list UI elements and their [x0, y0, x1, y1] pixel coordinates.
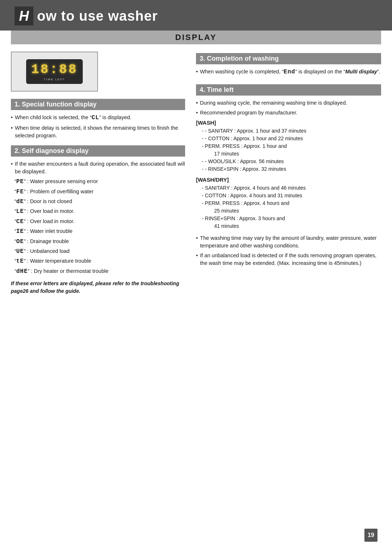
lcd-label: TIME LEFT [44, 78, 65, 81]
error-LE: “LE” : Over load in motor. [15, 207, 185, 215]
header-h-letter: H [15, 7, 33, 25]
wash-dry-label: [WASH/DRY] [196, 177, 381, 183]
main-content: 18:88 TIME LEFT 1. Special function disp… [0, 44, 392, 306]
time-left-content: • During washing cycle, the remaining wa… [196, 99, 381, 117]
error-IE: “IE” : Water inlet trouble [15, 227, 185, 235]
time-left-note-2: • If an unbalanced load is detected or i… [196, 252, 381, 267]
special-function-item-1: • When child lock is selected, the “CL” … [11, 114, 185, 122]
completion-header: 3. Completion of washing [196, 53, 381, 64]
wash-dry-subsection: [WASH/DRY] - SANITARY : Approx. 4 hours … [196, 177, 381, 230]
self-diagnose-intro: • If the washer encounters a fault durin… [11, 160, 185, 175]
time-left-item-2: • Recommended program by manufacturer. [196, 109, 381, 117]
wash-dry-item-3: - PERM. PRESS : Approx. 4 hours and 25 m… [202, 199, 381, 215]
time-left-notes: • The washing time may vary by the amoun… [196, 234, 381, 267]
left-column: 18:88 TIME LEFT 1. Special function disp… [11, 52, 185, 295]
wash-dry-item-2: - COTTON : Approx. 4 hours and 31 minute… [202, 192, 381, 199]
error-dHE: “dHE” : Dry heater or thermostat trouble [15, 267, 185, 275]
wash-item-1: - SANITARY : Approx. 1 hour and 37 minut… [202, 127, 381, 135]
page-number: 19 [364, 529, 377, 542]
page-header: H ow to use washer [0, 0, 392, 31]
self-diagnose-header: 2. Self diagnose display [11, 145, 185, 157]
time-left-header: 4. Time left [196, 84, 381, 96]
wash-label: [WASH] [196, 120, 381, 126]
error-FE: “FE” : Problem of overfilling water [15, 188, 185, 196]
header-title: ow to use washer [37, 8, 158, 24]
special-function-header: 1. Special function display [11, 99, 185, 110]
completion-item: • When washing cycle is completed, “End”… [196, 68, 381, 76]
wash-item-4: - WOOL/SILK : Approx. 56 minutes [202, 158, 381, 165]
wash-item-3: - PERM. PRESS : Approx. 1 hour and 17 mi… [202, 142, 381, 158]
lcd-digits: 18:88 [31, 62, 78, 77]
wash-dry-item-1: - SANITARY : Approx. 4 hours and 46 minu… [202, 184, 381, 192]
special-function-content: • When child lock is selected, the “CL” … [11, 114, 185, 140]
wash-item-2: - COTTON : Approx. 1 hour and 22 minutes [202, 135, 381, 142]
error-CE: “CE” : Over load in motor. [15, 218, 185, 226]
wash-subsection: [WASH] - SANITARY : Approx. 1 hour and 3… [196, 120, 381, 173]
lcd-display: 18:88 TIME LEFT [26, 59, 83, 84]
completion-content: • When washing cycle is completed, “End”… [196, 68, 381, 76]
error-dE: “dE” : Door is not closed [15, 198, 185, 206]
special-function-item-2: • When time delay is selected, it shows … [11, 124, 185, 140]
section-title: DISPLAY [175, 33, 217, 42]
error-UE: “UE” : Unbalanced load [15, 247, 185, 255]
wash-dry-item-4: - RINSE+SPIN : Approx. 3 hours and 41 mi… [202, 215, 381, 230]
error-OE: “OE” : Drainage trouble [15, 238, 185, 246]
error-tE: “tE” : Water temperature trouble [15, 257, 185, 265]
display-image-box: 18:88 TIME LEFT [11, 52, 98, 92]
wash-item-5: - RINSE+SPIN : Approx. 32 minutes [202, 165, 381, 173]
error-PE: “PE” : Water pressure sensing error [15, 178, 185, 186]
time-left-note-1: • The washing time may vary by the amoun… [196, 234, 381, 250]
self-diagnose-content: • If the washer encounters a fault durin… [11, 160, 185, 275]
error-note: If these error letters are displayed, pl… [11, 280, 185, 295]
right-column: 3. Completion of washing • When washing … [196, 52, 381, 295]
section-title-bar: DISPLAY [11, 31, 381, 44]
time-left-item-1: • During washing cycle, the remaining wa… [196, 99, 381, 107]
